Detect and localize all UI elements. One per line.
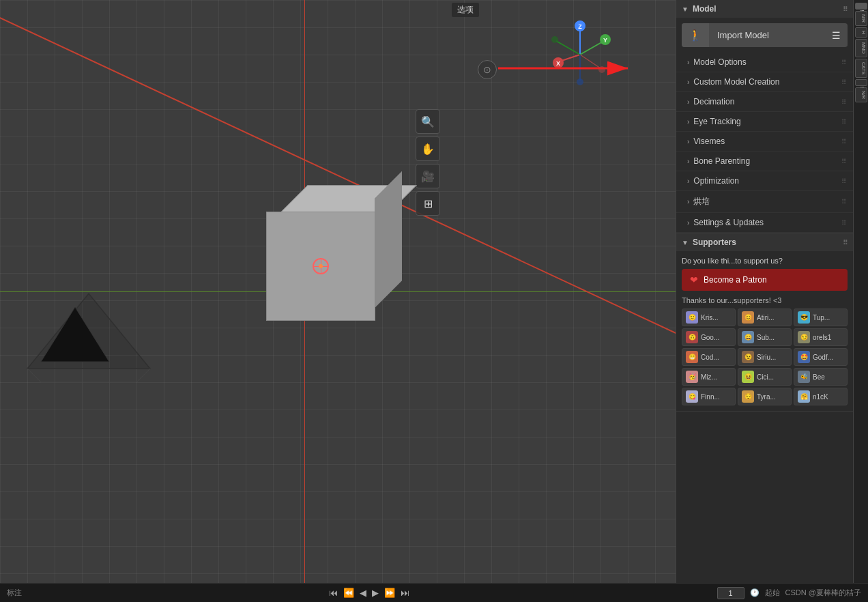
supporter-avatar-miz: 🥳: [686, 371, 698, 383]
supporters-section: ▼ Supporters ⠿ Do you like thi...to supp…: [676, 233, 853, 412]
view-circle[interactable]: ⊙: [478, 60, 497, 79]
grab-tool[interactable]: ✋: [416, 137, 440, 161]
decimation-item[interactable]: › Decimation ⠿: [676, 92, 853, 112]
playback-back-btn[interactable]: ◀: [360, 588, 366, 598]
custom-model-creation-item[interactable]: › Custom Model Creation ⠿: [676, 72, 853, 92]
status-bar-center: ⏮ ⏪ ◀ ▶ ⏩ ⏭: [29, 588, 710, 598]
custom-model-creation-drag: ⠿: [841, 78, 846, 86]
playback-fwd-btn[interactable]: ⏩: [384, 588, 395, 598]
playback-prev-btn[interactable]: ⏪: [343, 588, 354, 598]
svg-point-12: [551, 36, 558, 43]
bake-item[interactable]: › 烘培 ⠿: [676, 191, 853, 213]
status-bar-left: 标注: [7, 588, 22, 598]
supporter-cell-goo[interactable]: 🙃 Goo...: [682, 328, 736, 346]
zoom-tool[interactable]: 🔍: [416, 109, 440, 134]
patron-btn-label: Become a Patron: [704, 275, 767, 285]
supporter-cell-n1ck[interactable]: 🤗 n1cK: [794, 388, 848, 405]
strip-tab-cats[interactable]: CATS: [855, 59, 867, 78]
visemes-item[interactable]: › Visemes ⠿: [676, 132, 853, 152]
playback-start-btn[interactable]: ⏮: [329, 588, 338, 598]
supporter-cell-sub[interactable]: 😄 Sub...: [738, 328, 792, 346]
supporter-cell-bee[interactable]: 🐝 Bee: [794, 368, 848, 386]
camera-tool[interactable]: 🎥: [416, 164, 440, 188]
svg-point-10: [598, 66, 605, 73]
supporter-name-orels: orels1: [813, 334, 831, 341]
import-model-menu-icon[interactable]: ☰: [825, 25, 848, 46]
optimization-item[interactable]: › Optimization ⠿: [676, 171, 853, 191]
become-patron-button[interactable]: ❤ Become a Patron: [682, 269, 848, 291]
supporter-avatar-finn: 😋: [686, 390, 698, 403]
frame-input[interactable]: [717, 587, 744, 599]
strip-tab-2[interactable]: H: [855, 27, 867, 38]
optimization-drag: ⠿: [841, 177, 846, 185]
model-section-title: Model: [693, 4, 717, 14]
supporter-name-cod: Cod...: [701, 354, 719, 361]
supporter-cell-tyra[interactable]: 😌 Tyra...: [738, 388, 792, 405]
strip-tab-1[interactable]: N/R: [855, 11, 867, 26]
decimation-drag: ⠿: [841, 98, 846, 106]
supporters-section-title: Supporters: [693, 238, 736, 247]
supporter-cell-godf[interactable]: 🤩 Godf...: [794, 348, 848, 366]
model-options-chevron: ›: [687, 59, 689, 66]
top-right-label: 选项: [452, 3, 479, 17]
svg-line-20: [27, 369, 41, 382]
eye-tracking-item[interactable]: › Eye Tracking ⠿: [676, 112, 853, 132]
strip-tab-0[interactable]: 選択: [855, 3, 867, 10]
custom-model-creation-label: Custom Model Creation: [693, 77, 779, 87]
custom-model-creation-chevron: ›: [687, 78, 689, 86]
supporters-section-header[interactable]: ▼ Supporters ⠿: [676, 233, 853, 251]
supporter-name-cici: Cici...: [757, 373, 774, 381]
strip-tab-5[interactable]: 選択: [855, 79, 867, 86]
supporter-cell-miz[interactable]: 🥳 Miz...: [682, 368, 736, 386]
strip-tab-6[interactable]: N/R: [855, 87, 867, 102]
model-section-header[interactable]: ▼ Model ⠿: [676, 0, 853, 18]
optimization-chevron: ›: [687, 177, 689, 185]
model-drag-handle: ⠿: [843, 5, 848, 13]
model-options-item[interactable]: › Model Options ⠿: [676, 53, 853, 72]
model-section: ▼ Model ⠿ 🚶 Import Model ☰ › Model Optio…: [676, 0, 853, 233]
supporter-name-goo: Goo...: [701, 334, 719, 341]
bake-drag: ⠿: [841, 198, 846, 205]
model-chevron-down: ▼: [682, 5, 689, 13]
supporter-cell-finn[interactable]: 😋 Finn...: [682, 388, 736, 405]
clock-icon: 🕐: [750, 588, 760, 597]
grid-tool[interactable]: ⊞: [416, 191, 440, 216]
settings-updates-label: Settings & Updates: [693, 218, 764, 227]
status-right-sub: CSDN @夏棒棒的桔子: [785, 588, 861, 598]
supporter-name-miz: Miz...: [701, 373, 717, 381]
thanks-text: Thanks to our...supporters! <3: [682, 296, 848, 304]
supporter-name-atiri: Atiri...: [757, 314, 775, 321]
strip-tab-mmd[interactable]: MMD: [855, 39, 867, 57]
bone-parenting-item[interactable]: › Bone Parenting ⠿: [676, 152, 853, 171]
supporter-cell-siriu[interactable]: 😉 Siriu...: [738, 348, 792, 366]
import-model-icon: 🚶: [682, 23, 709, 47]
svg-text:X: X: [556, 60, 560, 67]
cube-face-front: [266, 212, 375, 321]
supporter-cell-cici[interactable]: 😆 Cici...: [738, 368, 792, 386]
nav-gizmo[interactable]: Z Y X: [546, 20, 614, 89]
supporter-cell-cod[interactable]: 😁 Cod...: [682, 348, 736, 366]
svg-text:Z: Z: [578, 23, 582, 30]
svg-text:Y: Y: [603, 37, 607, 44]
view-circle-icon: ⊙: [483, 64, 491, 75]
supporters-content: Do you like thi...to support us? ❤ Becom…: [676, 251, 853, 411]
playback-end-btn[interactable]: ⏭: [401, 588, 409, 598]
supporter-cell-atiri[interactable]: 😊 Atiri...: [738, 309, 792, 326]
visemes-drag: ⠿: [841, 138, 846, 145]
supporter-name-godf: Godf...: [813, 354, 833, 361]
supporter-cell-tup[interactable]: 😎 Tup...: [794, 309, 848, 326]
svg-point-14: [577, 78, 583, 85]
right-panel: ▼ Model ⠿ 🚶 Import Model ☰ › Model Optio…: [676, 0, 853, 583]
bone-parenting-drag: ⠿: [841, 158, 846, 165]
playback-play-btn[interactable]: ▶: [372, 588, 379, 598]
viewport[interactable]: 选项 Z Y X: [0, 0, 676, 583]
settings-updates-item[interactable]: › Settings & Updates ⠿: [676, 213, 853, 233]
supporter-name-sub: Sub...: [757, 334, 775, 341]
supporter-avatar-tyra: 😌: [742, 390, 754, 403]
import-model-button[interactable]: 🚶 Import Model ☰: [682, 23, 848, 47]
supporter-avatar-sub: 😄: [742, 331, 754, 343]
settings-updates-drag: ⠿: [841, 219, 846, 227]
supporter-cell-orels[interactable]: 😏 orels1: [794, 328, 848, 346]
supporter-cell-kris[interactable]: 🙂 Kris...: [682, 309, 736, 326]
decimation-chevron: ›: [687, 98, 689, 106]
